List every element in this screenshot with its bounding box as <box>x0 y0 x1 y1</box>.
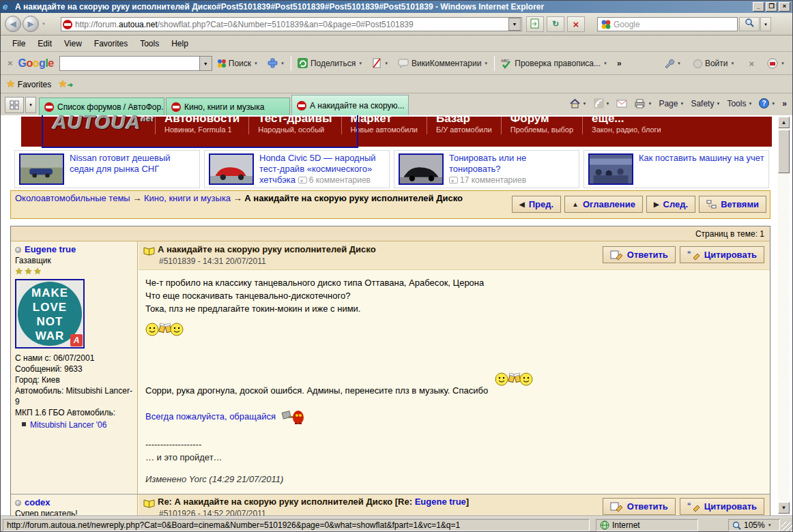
news-title[interactable]: Как поставить машину на учет <box>639 153 764 163</box>
menu-tools[interactable]: Tools <box>134 37 165 50</box>
news-title[interactable]: Тонировать или не тонировать? <box>449 153 526 174</box>
plus-icon <box>268 58 278 68</box>
next-topic-button[interactable]: ▶След. <box>646 196 695 213</box>
wiki-comments-button[interactable]: ВикиКомментарии▼ <box>393 57 493 70</box>
car-link[interactable]: Mitsubishi Lancer '06 <box>30 420 106 430</box>
signin-button[interactable]: Войти▼ <box>689 57 740 70</box>
nav-more[interactable]: еще...Закон, радио, блоги <box>582 117 670 134</box>
google-search-input[interactable] <box>59 56 199 71</box>
topic-index-button[interactable]: ▲Оглавление <box>564 196 643 213</box>
tab-cinema-music[interactable]: Кино, книги и музыка <box>166 98 290 115</box>
help-button[interactable]: ?▼ <box>759 98 775 108</box>
resize-grip[interactable] <box>781 522 792 532</box>
share-button[interactable]: Поделиться▼ <box>293 56 367 70</box>
post-body: Че-т пробило на классику танцевального д… <box>139 270 770 494</box>
menu-file[interactable]: File <box>6 37 31 50</box>
toolbar-overflow-button[interactable]: » <box>612 57 626 70</box>
toolbar-close-icon[interactable]: × <box>8 58 13 68</box>
close-icon[interactable]: × <box>749 59 754 69</box>
google-search-button[interactable]: Поиск▼ <box>212 57 263 70</box>
print-button[interactable]: ▼ <box>634 99 652 108</box>
adobe-pdf-button[interactable]: ▼ <box>762 56 790 71</box>
menu-view[interactable]: View <box>58 37 88 50</box>
open-book-icon <box>143 246 155 256</box>
minimize-button[interactable]: _ <box>753 2 764 12</box>
author-link[interactable]: Eugene true <box>25 244 76 254</box>
internet-globe-icon <box>600 520 609 530</box>
site-logo-banner[interactable]: AUTOUAnet <box>42 115 358 148</box>
quote-button[interactable]: “ Цитировать <box>680 498 764 515</box>
add-favorite-button[interactable]: ★➜ <box>58 78 73 90</box>
tab-list-dropdown[interactable]: ▼ <box>25 97 36 113</box>
nav-bazar[interactable]: БазарБ/У автомобили <box>427 117 501 134</box>
threaded-view-button[interactable]: Ветвями <box>699 196 766 213</box>
refresh-button[interactable]: ↻ <box>547 16 564 32</box>
address-dropdown-button[interactable]: ▼ <box>508 18 521 31</box>
url-domain: autoua.net <box>119 20 158 29</box>
quote-button[interactable]: “ Цитировать <box>680 246 764 263</box>
zoom-control[interactable]: 105% ▼ <box>728 519 780 531</box>
breadcrumb-category-link[interactable]: Околоавтомобильные темы <box>15 193 130 203</box>
quoted-reply-link[interactable]: Всегда пожалуйста, обращайся <box>145 411 276 422</box>
reply-button[interactable]: Ответить <box>603 498 676 515</box>
vertical-scrollbar[interactable]: ▲ ▼ <box>778 117 790 515</box>
page-blocked-icon <box>372 58 381 68</box>
zoom-dropdown-icon[interactable]: ▼ <box>768 523 772 527</box>
bullet-icon <box>22 422 26 426</box>
search-box[interactable]: Google <box>597 17 738 31</box>
command-overflow-button[interactable]: » <box>782 99 787 108</box>
post-meta: #5101839 - 14:31 20/07/2011 <box>159 256 266 266</box>
reply-icon <box>610 250 623 260</box>
scroll-up-button[interactable]: ▲ <box>778 117 790 128</box>
back-button[interactable]: ◀ <box>5 16 21 32</box>
news-card[interactable]: Honda Civic 5D — народный тест-драйв «ко… <box>204 150 390 188</box>
toolbar-settings-button[interactable]: ▼ <box>659 57 686 71</box>
page-menu[interactable]: Page▼ <box>659 99 684 108</box>
google-balls-icon <box>217 59 226 68</box>
quick-tabs-button[interactable] <box>5 97 24 113</box>
tab-forum-list[interactable]: Список форумов / АвтоФор... <box>39 98 164 115</box>
menu-edit[interactable]: Edit <box>31 37 58 50</box>
scrollbar-thumb[interactable] <box>778 130 790 173</box>
feeds-button[interactable]: ▼ <box>594 98 610 108</box>
comment-bubble-icon <box>298 177 307 183</box>
google-search-dropdown[interactable]: ▼ <box>199 56 212 71</box>
quick-tabs-icon <box>10 100 19 110</box>
add-gadget-button[interactable]: ▼ <box>263 56 289 70</box>
menu-help[interactable]: Help <box>165 37 194 50</box>
prev-topic-button[interactable]: ◀Пред. <box>512 196 561 213</box>
news-title[interactable]: Nissan готовит дешевый седан для рынка С… <box>70 153 171 174</box>
safety-menu[interactable]: Safety▼ <box>691 99 720 108</box>
google-toolbar: × Google ▼ Поиск▼ ▼ Поделиться▼ ▼ ВикиКо… <box>1 52 792 75</box>
post-title-bar: Re: А накидайте на скорую руку исполните… <box>139 494 770 516</box>
news-card[interactable]: Как поставить машину на учет <box>583 150 769 188</box>
autofill-blocked-button[interactable]: ▼ <box>367 56 393 70</box>
maximize-button[interactable]: ❒ <box>766 2 777 12</box>
address-field[interactable]: http://forum.autoua.net/showflat.php?Cat… <box>61 17 522 31</box>
history-dropdown-icon[interactable]: ▼ <box>42 22 46 26</box>
tools-menu[interactable]: Tools▼ <box>727 99 752 108</box>
reply-to-author-link[interactable]: Eugene true <box>415 497 466 507</box>
forward-button[interactable]: ▶ <box>23 16 39 32</box>
compatibility-view-button[interactable] <box>526 16 544 32</box>
news-card[interactable]: Nissan готовит дешевый седан для рынка С… <box>14 150 200 188</box>
favorites-button[interactable]: ★ Favorites <box>6 78 51 90</box>
search-placeholder: Google <box>614 20 640 29</box>
news-card[interactable]: Тонировать или не тонировать?17 коммента… <box>394 150 579 188</box>
nav-forum[interactable]: ФорумПроблемы, выбор <box>501 117 582 134</box>
breadcrumb-forum-link[interactable]: Кино, книги и музыка <box>144 193 231 203</box>
scroll-down-button[interactable]: ▼ <box>778 502 790 514</box>
menu-favorites[interactable]: Favorites <box>88 37 134 50</box>
reply-button[interactable]: Ответить <box>603 246 676 263</box>
spellcheck-button[interactable]: ABC Проверка правописа...▼ <box>496 56 612 71</box>
stop-button[interactable]: × <box>567 16 585 32</box>
post-title: А накидайте на скорую руку исполнителей … <box>158 244 376 254</box>
read-mail-button[interactable] <box>616 100 627 108</box>
home-button[interactable]: ▼ <box>569 98 587 108</box>
tab-current-topic[interactable]: А накидайте на скорую... ✕ <box>291 95 409 115</box>
search-go-button[interactable] <box>739 17 760 31</box>
author-link[interactable]: codex <box>25 497 51 507</box>
close-button[interactable]: × <box>779 2 790 12</box>
title-bar[interactable]: e А накидайте на скорую руку исполнителе… <box>1 1 792 13</box>
search-options-dropdown[interactable]: ▼ <box>760 17 771 31</box>
